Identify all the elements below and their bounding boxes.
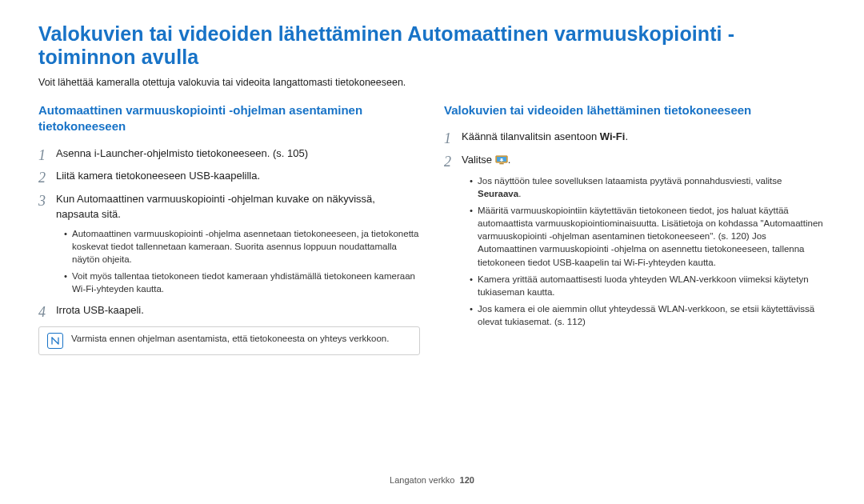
step-text: Irrota USB-kaapeli. [56, 304, 144, 316]
svg-rect-2 [499, 163, 503, 164]
pc-backup-icon [495, 154, 508, 170]
content-columns: Automaattinen varmuuskopiointi -ohjelman… [38, 102, 826, 467]
note-text: Varmista ennen ohjelman asentamista, ett… [71, 333, 389, 346]
left-steps: 1 Asenna i-Launcher-ohjelmisto tietokone… [38, 146, 420, 319]
step-item: 1 Käännä tilanvalitsin asentoon Wi-Fi. [444, 130, 826, 145]
step-number: 3 [38, 190, 46, 211]
step-item: 3 Kun Automaattinen varmuuskopiointi -oh… [38, 192, 420, 295]
footer-page-number: 120 [460, 475, 474, 485]
bullet-item: Voit myös tallentaa tietokoneen tiedot k… [64, 270, 420, 295]
note-icon [47, 333, 63, 349]
page-footer: Langaton verkko 120 [38, 467, 826, 485]
step-text: Asenna i-Launcher-ohjelmisto tietokonees… [56, 147, 308, 159]
intro-text: Voit lähettää kameralla otettuja valokuv… [38, 77, 826, 88]
step-text: Kun Automaattinen varmuuskopiointi -ohje… [56, 193, 375, 220]
step-bullets: Automaattinen varmuuskopiointi -ohjelma … [56, 227, 420, 295]
step-item: 1 Asenna i-Launcher-ohjelmisto tietokone… [38, 146, 420, 162]
note-box: Varmista ennen ohjelman asentamista, ett… [38, 326, 420, 355]
step-item: 2 Valitse . Jos n [444, 153, 826, 328]
step-number: 4 [38, 302, 46, 322]
right-heading: Valokuvien tai videoiden lähettäminen ti… [444, 102, 826, 118]
step-number: 1 [444, 128, 451, 149]
wifi-label: Wi-Fi [600, 130, 626, 142]
left-heading: Automaattinen varmuuskopiointi -ohjelman… [38, 102, 420, 135]
step-text: Liitä kamera tietokoneeseen USB-kaapelil… [56, 170, 260, 182]
step-number: 2 [38, 167, 46, 188]
step-text: Käännä tilanvalitsin asentoon Wi-Fi. [462, 130, 628, 142]
left-column: Automaattinen varmuuskopiointi -ohjelman… [38, 102, 420, 467]
bullet-item: Kamera yrittää automaattisesti luoda yht… [470, 273, 826, 298]
right-column: Valokuvien tai videoiden lähettäminen ti… [444, 102, 826, 467]
step-item: 2 Liitä kamera tietokoneeseen USB-kaapel… [38, 169, 420, 184]
step-number: 1 [38, 145, 46, 166]
bullet-item: Jos kamera ei ole aiemmin ollut yhteydes… [470, 302, 826, 328]
step-text: Valitse . [462, 154, 510, 166]
bullet-item: Jos näyttöön tulee sovelluksen lataamist… [470, 174, 826, 200]
step-item: 4 Irrota USB-kaapeli. [38, 303, 420, 318]
bullet-item: Määritä varmuuskopiointiin käytettävän t… [470, 204, 826, 268]
page-title: Valokuvien tai videoiden lähettäminen Au… [38, 22, 826, 69]
step-bullets: Jos näyttöön tulee sovelluksen lataamist… [462, 174, 826, 328]
step-number: 2 [444, 151, 451, 172]
bullet-item: Automaattinen varmuuskopiointi -ohjelma … [64, 227, 420, 266]
footer-section: Langaton verkko [390, 475, 454, 485]
right-steps: 1 Käännä tilanvalitsin asentoon Wi-Fi. 2… [444, 130, 826, 328]
